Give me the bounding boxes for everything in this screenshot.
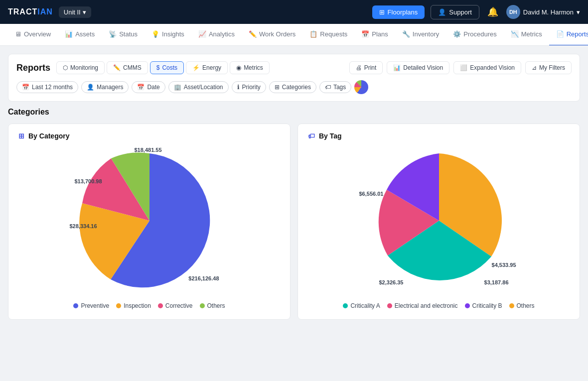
tab-cmms[interactable]: ✏️ CMMS — [107, 61, 148, 74]
tag-icon: 🏷 — [308, 132, 315, 140]
others-tag-dot — [509, 303, 514, 308]
by-tag-legend: Criticality A Electrical and electronic … — [343, 302, 534, 309]
filter-tags[interactable]: 🏷 Tags — [319, 81, 351, 93]
filter-managers[interactable]: 👤 Managers — [81, 81, 129, 93]
nav-requests[interactable]: 📋 Requests — [302, 24, 354, 46]
others-value-label: $18,481.55 — [135, 147, 162, 153]
energy-icon: ⚡ — [192, 64, 200, 71]
monitoring-icon: ⬡ — [63, 64, 68, 71]
nav-procedures[interactable]: ⚙️ Procedures — [446, 24, 503, 46]
charts-row: ⊞ By Category — [8, 124, 580, 320]
categories-section: Categories ⊞ By Category — [8, 108, 580, 320]
floorplans-icon: ⊞ — [379, 8, 385, 16]
nav-inventory[interactable]: 🔧 Inventory — [395, 24, 446, 46]
expanded-vision-icon: ⬜ — [460, 64, 467, 71]
metrics-icon: 📉 — [511, 30, 519, 38]
filter-date-range[interactable]: 📅 Last 12 months — [16, 81, 78, 93]
others-tag-label: $6,556.01 — [359, 191, 384, 197]
pie-preview-icon[interactable] — [354, 80, 368, 94]
print-icon: 🖨 — [356, 64, 362, 71]
filter-priority[interactable]: ℹ Priority — [232, 81, 266, 93]
by-category-legend: Preventive Inspection Corrective Ot — [73, 302, 225, 309]
avatar: DH — [506, 5, 520, 19]
managers-icon: 👤 — [87, 84, 94, 91]
nav-analytics[interactable]: 📈 Analytics — [191, 24, 242, 46]
corrective-value-label: $13,700.98 — [75, 178, 102, 184]
status-icon: 📡 — [109, 30, 117, 38]
nav-reports[interactable]: 📄 Reports — [549, 24, 588, 46]
notifications-button[interactable]: 🔔 — [485, 4, 500, 19]
logo: TRACTIAN — [8, 7, 53, 16]
categories-icon: ⊞ — [275, 84, 280, 91]
report-tabs: ⬡ Monitoring ✏️ CMMS $ Costs ⚡ Energy ◉ — [56, 61, 270, 74]
analytics-icon: 📈 — [198, 30, 206, 38]
nav-metrics[interactable]: 📉 Metrics — [504, 24, 549, 46]
filter-icon: ⊿ — [532, 64, 537, 71]
by-category-pie-container: $216,126.48 $28,334.16 $13,700.98 $18,48… — [70, 146, 229, 295]
user-name: David M. Harmon — [523, 8, 574, 16]
inventory-icon: 🔧 — [402, 30, 410, 38]
work-orders-icon: ✏️ — [249, 30, 257, 38]
nav-status[interactable]: 📡 Status — [102, 24, 145, 46]
metrics-tab-icon: ◉ — [236, 64, 241, 71]
preventive-dot — [73, 303, 78, 308]
nav-overview[interactable]: 🖥 Overview — [8, 24, 58, 46]
tab-monitoring[interactable]: ⬡ Monitoring — [56, 61, 105, 74]
preventive-value-label: $216,126.48 — [188, 275, 219, 281]
unit-label: Unit II — [64, 8, 81, 16]
asset-location-icon: 🏢 — [174, 84, 181, 91]
legend-inspection: Inspection — [116, 302, 151, 309]
support-icon: 👤 — [438, 8, 446, 16]
report-actions: 🖨 Print 📊 Detailed Vision ⬜ Expanded Vis… — [349, 61, 572, 74]
costs-icon: $ — [156, 64, 160, 71]
nav-assets[interactable]: 📊 Assets — [58, 24, 102, 46]
my-filters-button[interactable]: ⊿ My Filters — [525, 61, 572, 74]
electrical-dot — [387, 303, 392, 308]
floorplans-button[interactable]: ⊞ Floorplans — [372, 5, 425, 19]
support-button[interactable]: 👤 Support — [431, 5, 479, 19]
corrective-dot — [158, 303, 163, 308]
legend-electrical: Electrical and electronic — [387, 302, 458, 309]
filter-row: 📅 Last 12 months 👤 Managers 📅 Date 🏢 Ass… — [16, 80, 572, 94]
criticality-a-label: $4,533.95 — [492, 262, 516, 268]
chevron-down-icon: ▾ — [577, 8, 580, 16]
tab-costs[interactable]: $ Costs — [150, 61, 184, 74]
plans-icon: 📅 — [361, 30, 369, 38]
tab-metrics[interactable]: ◉ Metrics — [230, 61, 270, 74]
legend-criticality-a: Criticality A — [343, 302, 380, 309]
nav-plans[interactable]: 📅 Plans — [354, 24, 395, 46]
overview-icon: 🖥 — [15, 30, 21, 38]
print-button[interactable]: 🖨 Print — [349, 61, 383, 74]
by-category-svg — [70, 146, 229, 295]
filter-categories[interactable]: ⊞ Categories — [269, 81, 316, 93]
filter-date[interactable]: 📅 Date — [132, 81, 165, 93]
tab-energy[interactable]: ⚡ Energy — [186, 61, 228, 74]
secondary-navigation: 🖥 Overview 📊 Assets 📡 Status 💡 Insights … — [0, 24, 588, 46]
reports-icon: 📄 — [556, 30, 564, 38]
top-navigation: TRACTIAN Unit II ▾ ⊞ Floorplans 👤 Suppor… — [0, 0, 588, 24]
by-category-title: ⊞ By Category — [18, 132, 280, 140]
category-grid-icon: ⊞ — [18, 132, 24, 140]
chevron-down-icon: ▾ — [83, 8, 86, 16]
filter-asset-location[interactable]: 🏢 Asset/Location — [168, 81, 229, 93]
nav-work-orders[interactable]: ✏️ Work Orders — [242, 24, 302, 46]
by-tag-pie-container: $4,533.95 $3,187.86 $2,326.35 $6,556.01 — [359, 146, 519, 295]
criticality-a-dot — [343, 303, 348, 308]
user-menu[interactable]: DH David M. Harmon ▾ — [506, 5, 580, 19]
expanded-vision-button[interactable]: ⬜ Expanded Vision — [453, 61, 521, 74]
by-category-chart-card: ⊞ By Category — [8, 124, 291, 320]
assets-icon: 📊 — [65, 30, 73, 38]
by-tag-chart-card: 🏷 By Tag — [297, 124, 580, 320]
detailed-vision-button[interactable]: 📊 Detailed Vision — [387, 61, 449, 74]
priority-icon: ℹ — [237, 84, 240, 91]
inspection-dot — [116, 303, 121, 308]
by-category-chart-area: $216,126.48 $28,334.16 $13,700.98 $18,48… — [18, 146, 280, 309]
unit-selector[interactable]: Unit II ▾ — [59, 6, 91, 18]
legend-preventive: Preventive — [73, 302, 109, 309]
nav-insights[interactable]: 💡 Insights — [145, 24, 191, 46]
legend-others-cat: Others — [200, 302, 225, 309]
criticality-b-label: $2,326.35 — [379, 279, 404, 285]
legend-corrective: Corrective — [158, 302, 193, 309]
requests-icon: 📋 — [309, 30, 317, 38]
insights-icon: 💡 — [151, 30, 159, 38]
